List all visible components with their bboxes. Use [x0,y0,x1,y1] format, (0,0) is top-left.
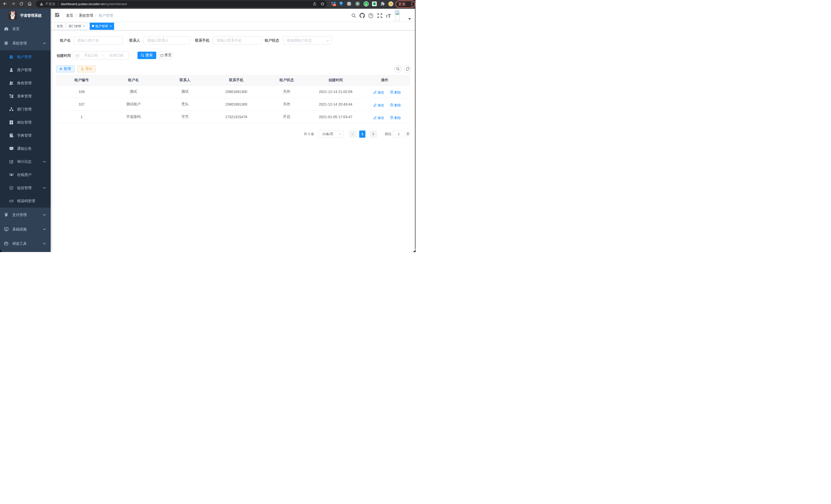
svg-text:10: 10 [333,4,336,6]
svg-text:y: y [365,2,367,6]
